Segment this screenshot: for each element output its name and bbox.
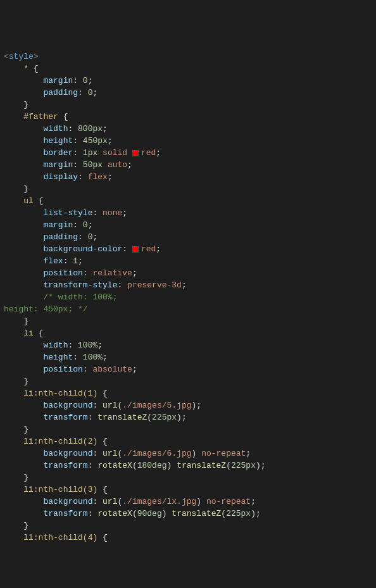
- css-declaration: display: flex;: [0, 171, 376, 183]
- css-property: transform: [43, 413, 87, 422]
- css-property: width: [43, 124, 68, 134]
- css-property: margin: [43, 220, 73, 230]
- css-property: flex: [43, 256, 63, 266]
- css-declaration: position: absolute;: [0, 363, 376, 375]
- css-declaration: margin: 0;: [0, 75, 376, 87]
- css-property: background: [43, 449, 92, 458]
- rule-close: }: [0, 423, 376, 435]
- code-editor[interactable]: <style> * { margin: 0; padding: 0; } #fa…: [0, 48, 376, 544]
- css-declaration: height: 100%;: [0, 351, 376, 363]
- css-declaration: background: url(./images/5.jpg);: [0, 399, 376, 411]
- style-open-tag: <style>: [0, 51, 376, 63]
- css-property: position: [43, 365, 82, 374]
- css-declaration: width: 100%;: [0, 339, 376, 351]
- rule-close: }: [0, 99, 376, 111]
- rule-open: li:nth-child(2) {: [0, 435, 376, 447]
- css-selector: li:nth-child(4): [23, 533, 97, 542]
- css-property: transform-style: [43, 280, 117, 290]
- css-declaration: padding: 0;: [0, 231, 376, 243]
- rule-open: #father {: [0, 111, 376, 123]
- css-declaration: list-style: none;: [0, 207, 376, 219]
- css-property: padding: [43, 232, 78, 242]
- rule-open: li:nth-child(4) {: [0, 532, 376, 544]
- css-property: transform: [43, 509, 87, 518]
- css-property: transform: [43, 461, 87, 470]
- css-declaration: background: url(./images/lx.jpg) no-repe…: [0, 496, 376, 508]
- css-property: position: [43, 268, 82, 278]
- css-declaration: transform-style: preserve-3d;: [0, 279, 376, 291]
- css-property: height: [43, 353, 73, 362]
- css-declaration: transform: rotateX(180deg) translateZ(22…: [0, 460, 376, 472]
- rule-open: li:nth-child(3) {: [0, 484, 376, 496]
- css-property: height: [43, 136, 73, 146]
- css-property: display: [43, 172, 78, 182]
- css-selector: ul: [23, 196, 34, 206]
- rule-close: }: [0, 183, 376, 195]
- css-property: background: [43, 497, 92, 506]
- css-selector: #father: [23, 112, 58, 122]
- color-swatch-icon: [132, 246, 139, 253]
- rule-close: }: [0, 375, 376, 387]
- css-property: margin: [43, 76, 73, 85]
- color-swatch-icon: [132, 150, 139, 156]
- css-declaration: transform: rotateX(90deg) translateZ(225…: [0, 508, 376, 520]
- css-selector: li:nth-child(1): [23, 389, 97, 398]
- css-property: padding: [43, 88, 78, 97]
- css-declaration: width: 800px;: [0, 123, 376, 135]
- css-declaration: margin: 0;: [0, 219, 376, 231]
- css-comment: height: 450px; */: [0, 303, 376, 315]
- rule-open: li:nth-child(1) {: [0, 387, 376, 399]
- css-declaration: flex: 1;: [0, 255, 376, 267]
- rule-close: }: [0, 472, 376, 484]
- css-selector: *: [23, 64, 28, 73]
- css-declaration: position: relative;: [0, 267, 376, 279]
- css-declaration: background: url(./images/6.jpg) no-repea…: [0, 447, 376, 460]
- css-property: list-style: [43, 208, 92, 218]
- rule-close: }: [0, 520, 376, 532]
- rule-open: li {: [0, 327, 376, 339]
- css-selector: li:nth-child(3): [23, 485, 97, 494]
- css-property: background: [43, 401, 92, 410]
- css-selector: li: [23, 328, 34, 338]
- rule-open: * {: [0, 63, 376, 75]
- css-property: width: [43, 341, 68, 350]
- css-comment: /* width: 100%;: [0, 291, 376, 303]
- css-property: border: [43, 148, 73, 158]
- css-property: background-color: [43, 244, 122, 254]
- css-declaration: transform: translateZ(225px);: [0, 411, 376, 423]
- css-declaration: border: 1px solid red;: [0, 147, 376, 159]
- css-declaration: margin: 50px auto;: [0, 159, 376, 171]
- css-selector: li:nth-child(2): [23, 437, 97, 446]
- css-property: margin: [43, 160, 73, 170]
- css-declaration: height: 450px;: [0, 135, 376, 147]
- rule-open: ul {: [0, 195, 376, 207]
- css-declaration: background-color: red;: [0, 243, 376, 255]
- rule-close: }: [0, 315, 376, 327]
- css-declaration: padding: 0;: [0, 87, 376, 99]
